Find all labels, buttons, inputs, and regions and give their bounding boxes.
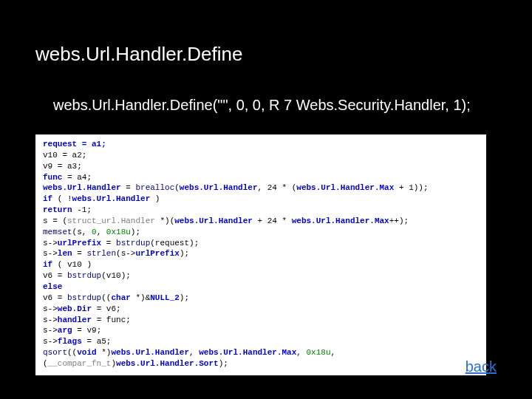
code-line: if ( v10 ) <box>43 259 479 270</box>
code-line: s->handler = func; <box>43 315 479 326</box>
code-line: s = (struct_url.Handler *)(webs.Url.Hand… <box>43 216 479 227</box>
slide: webs.Url.Handler.Define webs.Url.Handler… <box>0 0 532 399</box>
code-line: s->urlPrefix = bstrdup(request); <box>43 238 479 249</box>
code-line: v9 = a3; <box>43 161 479 172</box>
subtitle: webs.Url.Handler.Define("", 0, 0, R 7 We… <box>53 97 497 114</box>
code-line: s->arg = v9; <box>43 325 479 336</box>
code-line: request = a1; <box>43 139 479 150</box>
code-line: memset(s, 0, 0x18u); <box>43 227 479 238</box>
code-line: s->web.Dir = v6; <box>43 304 479 315</box>
code-line: s->flags = a5; <box>43 336 479 347</box>
code-line: qsort((void *)webs.Url.Handler, webs.Url… <box>43 347 479 369</box>
code-line: webs.Url.Handler = brealloc(webs.Url.Han… <box>43 183 479 194</box>
code-line: v6 = bstrdup(v10); <box>43 270 479 282</box>
code-line: v10 = a2; <box>43 150 479 161</box>
code-line: if ( !webs.Url.Handler ) <box>43 194 479 205</box>
code-line: s->len = strlen(s->urlPrefix); <box>43 248 479 259</box>
title: webs.Url.Handler.Define <box>35 43 497 66</box>
code-box: request = a1; v10 = a2; v9 = a3; func = … <box>35 134 486 375</box>
code-line: else <box>43 282 479 293</box>
code-line: return -1; <box>43 205 479 216</box>
code-line: func = a4; <box>43 172 479 183</box>
back-link[interactable]: back <box>466 358 497 375</box>
code-line: v6 = bstrdup((char *)&NULL_2); <box>43 293 479 304</box>
